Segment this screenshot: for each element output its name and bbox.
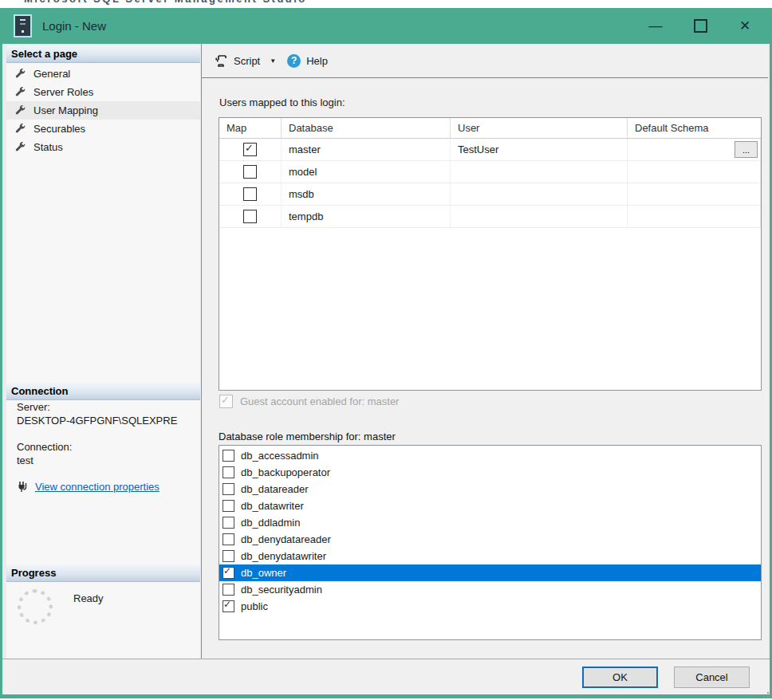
database-cell: tempdb (282, 206, 451, 227)
table-row[interactable]: model (219, 161, 761, 183)
connection-plug-icon (17, 481, 29, 493)
role-name: db_securityadmin (241, 584, 322, 596)
role-name: db_ddladmin (241, 517, 300, 529)
column-header-map: Map (219, 118, 282, 138)
window-title: Login - New (42, 19, 106, 33)
sidebar-page-label: Status (33, 141, 63, 153)
script-icon (215, 54, 228, 68)
maximize-button[interactable] (678, 8, 723, 44)
role-list-item[interactable]: db_denydatareader (219, 531, 761, 548)
map-checkbox[interactable] (243, 187, 257, 201)
role-list-item[interactable]: db_datawriter (219, 497, 761, 514)
script-button[interactable]: Script (215, 54, 260, 68)
content-pane: Script ▼ ? Help Users mapped to this log… (201, 44, 768, 659)
close-button[interactable]: ✕ (723, 8, 767, 44)
role-name: public (241, 600, 268, 612)
default-schema-cell[interactable]: ... (628, 139, 761, 160)
sidebar: Select a page General Server Roles User … (6, 45, 200, 659)
help-button[interactable]: ? Help (287, 54, 328, 68)
server-login-icon (14, 14, 32, 37)
role-list-item[interactable]: db_accessadmin (219, 447, 761, 464)
chevron-down-icon[interactable]: ▼ (270, 57, 276, 65)
users-mapped-label: Users mapped to this login: (219, 96, 345, 108)
progress-header: Progress (6, 564, 200, 582)
role-checkbox[interactable] (223, 517, 234, 529)
role-list-item[interactable]: db_securityadmin (219, 581, 761, 598)
sidebar-page-label: Securables (33, 123, 85, 135)
sidebar-page-item[interactable]: User Mapping (6, 101, 200, 120)
page-list: General Server Roles User Mapping Secura… (6, 65, 200, 156)
role-membership-listbox: db_accessadmin db_backupoperator db_data… (219, 445, 762, 640)
user-cell[interactable] (451, 206, 628, 227)
help-label: Help (306, 55, 328, 67)
window-controls: — ✕ (633, 8, 767, 44)
script-label: Script (234, 55, 260, 67)
column-header-default-schema: Default Schema (628, 118, 761, 138)
browse-schema-button[interactable]: ... (735, 141, 758, 158)
wrench-icon (14, 86, 26, 98)
titlebar: Login - New — ✕ (0, 8, 772, 44)
select-a-page-header: Select a page (6, 45, 200, 63)
sidebar-page-item[interactable]: General (6, 65, 200, 83)
footer: OK Cancel (2, 659, 770, 694)
default-schema-cell[interactable] (628, 206, 761, 227)
table-row[interactable]: master TestUser ... (219, 139, 761, 161)
resize-grip[interactable] (762, 690, 770, 698)
user-cell[interactable] (451, 183, 628, 205)
help-icon: ? (287, 54, 301, 68)
role-list-item[interactable]: db_backupoperator (219, 464, 761, 481)
map-checkbox[interactable] (243, 143, 257, 156)
minimize-button[interactable]: — (633, 8, 678, 44)
role-checkbox[interactable] (223, 600, 234, 612)
sidebar-page-item[interactable]: Securables (6, 120, 200, 138)
role-name: db_denydatareader (241, 533, 331, 545)
table-row[interactable]: msdb (219, 183, 761, 206)
user-cell[interactable]: TestUser (451, 139, 628, 160)
server-value: DESKTOP-4GFPGNF\SQLEXPRE (17, 414, 199, 427)
connection-label: Connection: (17, 440, 199, 454)
sidebar-page-label: General (33, 68, 70, 80)
map-checkbox[interactable] (243, 210, 257, 223)
role-list-item[interactable]: db_owner (219, 564, 761, 581)
role-list-item[interactable]: db_ddladmin (219, 514, 761, 531)
role-checkbox[interactable] (223, 550, 234, 562)
database-cell: master (282, 139, 451, 160)
role-checkbox[interactable] (223, 584, 234, 596)
table-body: master TestUser ... model msdb tempdb (219, 139, 761, 228)
toolbar: Script ▼ ? Help (202, 44, 768, 78)
role-list-item[interactable]: db_denydatawriter (219, 548, 761, 564)
sidebar-page-item[interactable]: Status (6, 138, 200, 156)
role-checkbox[interactable] (223, 533, 234, 545)
progress-panel: Ready (18, 586, 104, 624)
role-name: db_datareader (241, 483, 309, 495)
role-list-item[interactable]: db_datareader (219, 481, 761, 497)
connection-value: test (17, 454, 199, 467)
minimize-icon: — (649, 18, 663, 34)
role-checkbox[interactable] (223, 567, 234, 579)
default-schema-cell[interactable] (628, 161, 761, 183)
map-checkbox[interactable] (243, 165, 257, 179)
dialog-body: Select a page General Server Roles User … (0, 44, 772, 694)
view-connection-properties-link[interactable]: View connection properties (35, 480, 160, 494)
guest-account-row: Guest account enabled for: master (219, 395, 399, 408)
role-name: db_denydatawriter (241, 550, 326, 562)
cancel-button[interactable]: Cancel (674, 667, 750, 688)
role-checkbox[interactable] (223, 450, 234, 462)
role-checkbox[interactable] (223, 500, 234, 512)
progress-spinner-icon (18, 589, 53, 624)
ok-button[interactable]: OK (582, 667, 658, 688)
role-list-item[interactable]: public (219, 598, 761, 615)
default-schema-cell[interactable] (628, 183, 761, 205)
role-checkbox[interactable] (223, 466, 234, 478)
role-name: db_owner (241, 567, 286, 579)
maximize-icon (694, 19, 707, 33)
user-cell[interactable] (451, 161, 628, 183)
role-checkbox[interactable] (223, 483, 234, 495)
server-label: Server: (17, 400, 199, 414)
table-row[interactable]: tempdb (219, 206, 761, 228)
wrench-icon (14, 68, 26, 80)
sidebar-page-label: Server Roles (33, 86, 93, 98)
user-mapping-table: Map Database User Default Schema master … (219, 117, 762, 391)
sidebar-page-label: User Mapping (33, 104, 98, 116)
sidebar-page-item[interactable]: Server Roles (6, 83, 200, 101)
